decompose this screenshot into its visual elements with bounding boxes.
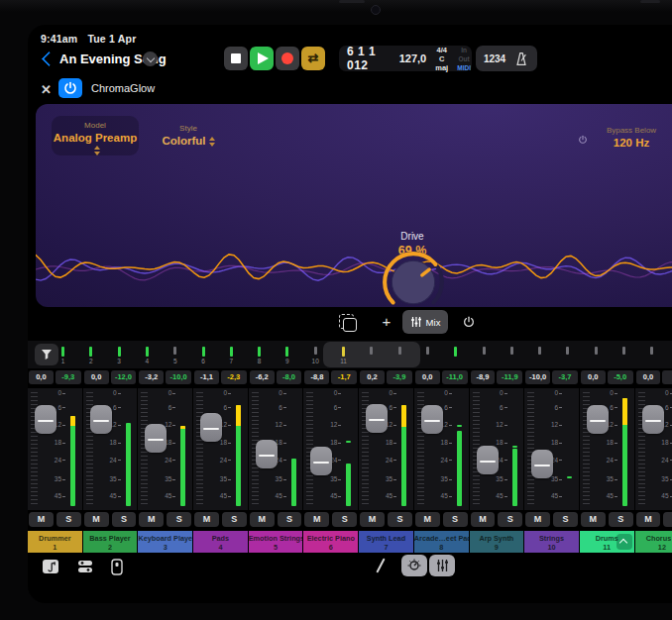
count-in-button[interactable]: 1234 [484,53,505,64]
peak-db-value[interactable]: -11,9 [497,370,522,384]
metronome-icon[interactable] [513,52,529,66]
peak-db-value[interactable]: -1,7 [331,370,357,384]
peak-db-value[interactable] [662,370,672,384]
solo-button[interactable]: S [388,512,412,527]
track-name-cell[interactable]: Bass Player2 [83,531,138,553]
fader-db-value[interactable]: 0,0 [29,370,54,384]
bypass-power-button[interactable] [575,132,591,152]
fader-thumb[interactable] [421,405,443,434]
overview-channel-meter[interactable] [510,347,513,355]
plugin-power-button[interactable] [58,78,82,98]
fader-thumb[interactable] [587,405,609,434]
fader-db-value[interactable]: -8,8 [304,370,329,384]
mixer-power-button[interactable] [460,313,478,335]
mute-button[interactable]: M [360,512,385,527]
mute-button[interactable]: M [84,512,109,527]
fader-thumb[interactable] [90,405,112,434]
fader-db-value[interactable]: -10,0 [525,370,550,384]
fader-strip-icon[interactable] [111,559,123,579]
overview-channel-meter[interactable] [258,347,261,357]
track-name-cell[interactable]: Pads4 [193,531,248,553]
collapse-chevron-button[interactable] [616,534,632,550]
fader-thumb[interactable] [145,424,167,453]
record-button[interactable] [276,47,299,70]
peak-db-value[interactable]: -8,0 [277,370,302,384]
mix-button[interactable]: Mix [402,310,448,334]
track-name-cell[interactable]: Arp Synth9 [470,531,524,553]
peak-db-value[interactable]: -12,0 [111,370,137,384]
fader-db-value[interactable]: -6,2 [250,370,275,384]
overview-channel-meter[interactable] [595,347,598,355]
track-name-cell[interactable]: Chorus V12 [635,531,672,553]
copy-icon[interactable] [339,314,354,329]
solo-button[interactable]: S [332,512,357,527]
model-selector[interactable]: Model Analog Preamp [52,116,139,155]
peak-db-value[interactable]: -5,0 [608,370,633,384]
overview-channel-meter[interactable] [230,347,233,357]
overview-channel-meter[interactable] [426,347,429,355]
track-name-cell[interactable]: Electric Piano6 [303,531,358,553]
fader-db-value[interactable]: -3,2 [139,370,164,384]
track-name-cell[interactable]: Keyboard Player3 [138,531,192,553]
track-name-cell[interactable]: Drummer1 [28,531,82,553]
mute-button[interactable]: M [304,512,329,527]
stop-button[interactable] [224,47,248,70]
overview-channel-meter[interactable] [454,347,457,357]
fader-db-value[interactable]: -1,1 [194,370,219,384]
track-name-cell[interactable]: Synth Lead7 [359,531,413,553]
fader-db-value[interactable]: 0,0 [636,370,661,384]
close-icon[interactable]: ✕ [41,82,52,97]
controls-view-button[interactable] [401,555,427,576]
overview-channel-meter[interactable] [285,347,288,357]
fader-db-value[interactable]: 0,0 [84,370,109,384]
mute-button[interactable]: M [29,512,54,527]
mixer-overview[interactable]: 1234567891011 [28,341,672,368]
solo-button[interactable]: S [167,512,191,527]
overview-channel-meter[interactable] [342,347,345,357]
overview-channel-meter[interactable] [173,347,176,355]
mute-button[interactable]: M [471,512,496,527]
solo-button[interactable]: S [278,512,302,527]
track-name-cell[interactable]: Emotion Strings5 [249,531,303,553]
fader-thumb[interactable] [531,450,553,478]
peak-db-value[interactable]: -9,3 [56,370,81,384]
peak-db-value[interactable]: -2,3 [221,370,247,384]
song-menu-chevron-icon[interactable] [143,52,158,66]
solo-button[interactable]: S [609,512,633,527]
overview-channel-meter[interactable] [538,347,541,355]
mute-button[interactable]: M [194,512,219,527]
overview-channel-meter[interactable] [146,347,149,357]
lcd-display[interactable]: 6 1 1 012 127,0 4/4 C maj In Out MIDI [339,46,472,71]
mute-button[interactable]: M [139,512,164,527]
fader-thumb[interactable] [200,413,222,442]
mute-button[interactable]: M [250,512,275,527]
peak-db-value[interactable]: -11,0 [442,370,468,384]
overview-channel-meter[interactable] [314,347,317,355]
overview-channel-meter[interactable] [398,347,401,355]
peak-db-value[interactable]: -3,7 [552,370,578,384]
overview-channel-meter[interactable] [202,347,205,357]
faders-view-button[interactable] [429,555,455,576]
peak-db-value[interactable]: -3,9 [387,370,412,384]
overview-channel-meter[interactable] [370,347,373,355]
solo-button[interactable]: S [222,512,247,527]
drive-knob[interactable] [381,250,446,307]
track-name-cell[interactable]: Strings10 [524,531,579,553]
overview-channel-meter[interactable] [483,347,486,355]
track-name-cell[interactable]: Drums11 [580,531,634,553]
overview-channel-meter[interactable] [622,347,625,355]
peak-db-value[interactable]: -10,0 [166,370,191,384]
solo-button[interactable]: S [56,512,81,527]
fader-thumb[interactable] [310,447,332,475]
fader-thumb[interactable] [642,405,664,434]
overview-channel-meter[interactable] [61,347,64,357]
cycle-button[interactable]: ⇄ [301,47,325,70]
style-selector[interactable]: Style Colorful [153,119,224,147]
overview-channel-meter[interactable] [118,347,121,357]
overview-channel-meter[interactable] [89,347,92,357]
fader-db-value[interactable]: 0,0 [415,370,440,384]
pencil-icon[interactable] [376,558,385,572]
overview-channel-meter[interactable] [566,347,569,355]
overview-channel-meter[interactable] [650,347,653,355]
fader-thumb[interactable] [477,446,499,474]
